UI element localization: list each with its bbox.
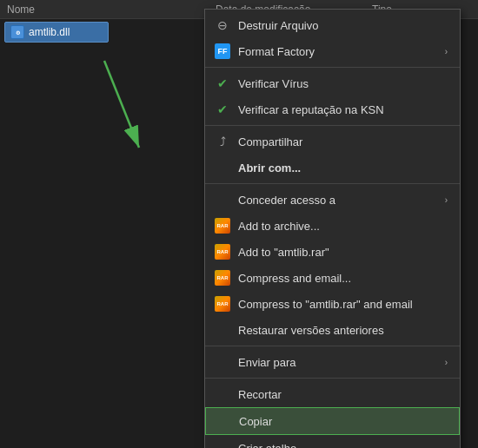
menu-label-restaurar: Restaurar versões anteriores (238, 324, 448, 337)
menu-label-recortar: Recortar (238, 388, 448, 401)
menu-item-recortar[interactable]: Recortar (205, 381, 460, 407)
divider-1 (205, 67, 460, 68)
menu-item-verificar-reputacao[interactable]: ✔ Verificar a reputação na KSN (205, 96, 460, 122)
recortar-icon (214, 385, 231, 403)
submenu-arrow-conceder: › (445, 195, 448, 205)
menu-label-add-archive: Add to archive... (238, 220, 448, 233)
menu-label-format-factory: Format Factory (238, 45, 445, 58)
menu-item-conceder-acesso[interactable]: Conceder acesso a › (205, 187, 460, 213)
check-green-icon-2: ✔ (214, 101, 231, 118)
abrir-com-icon (214, 159, 231, 176)
menu-item-destruir[interactable]: ⊖ Destruir Arquivo (205, 12, 460, 38)
menu-item-add-amtlib[interactable]: RAR Add to "amtlib.rar" (205, 239, 460, 265)
rar-icon-3: RAR (214, 269, 231, 287)
dll-icon: ⚙ (10, 25, 24, 39)
destruir-icon: ⊖ (214, 16, 231, 34)
menu-item-enviar-para[interactable]: Enviar para › (205, 349, 460, 375)
menu-item-restaurar[interactable]: Restaurar versões anteriores (205, 317, 460, 343)
rar-icon-1: RAR (214, 217, 231, 234)
menu-label-add-amtlib: Add to "amtlib.rar" (238, 246, 448, 259)
divider-3 (205, 183, 460, 184)
divider-5 (205, 378, 460, 379)
context-menu: ⊖ Destruir Arquivo FF Format Factory › ✔… (204, 9, 461, 448)
menu-item-abrir-com[interactable]: Abrir com... (205, 155, 460, 181)
file-item[interactable]: ⚙ amtlib.dll (4, 22, 109, 43)
ff-icon: FF (214, 43, 231, 60)
column-nome: Nome (7, 3, 207, 16)
menu-label-compress-email: Compress and email... (238, 272, 448, 285)
menu-item-compartilhar[interactable]: ⤴ Compartilhar (205, 128, 460, 155)
divider-2 (205, 125, 460, 126)
menu-label-conceder-acesso: Conceder acesso a (238, 194, 445, 207)
submenu-arrow-enviar: › (445, 358, 448, 367)
rar-icon-4: RAR (214, 295, 231, 313)
copiar-icon (215, 412, 232, 430)
menu-item-add-archive[interactable]: RAR Add to archive... (205, 213, 460, 239)
menu-label-enviar-para: Enviar para (238, 356, 445, 369)
menu-label-abrir-com: Abrir com... (238, 161, 448, 175)
rar-icon-2: RAR (214, 243, 231, 260)
menu-item-criar-atalho[interactable]: Criar atalho (205, 435, 460, 448)
check-green-icon-1: ✔ (214, 75, 231, 92)
submenu-arrow-ff: › (445, 47, 448, 56)
criar-atalho-icon (214, 439, 231, 448)
menu-item-verificar-virus[interactable]: ✔ Verificar Vírus (205, 70, 460, 96)
menu-item-format-factory[interactable]: FF Format Factory › (205, 38, 460, 64)
share-icon: ⤴ (214, 133, 231, 150)
menu-item-compress-email[interactable]: RAR Compress and email... (205, 265, 460, 291)
menu-label-criar-atalho: Criar atalho (238, 442, 448, 449)
menu-label-verificar-virus: Verificar Vírus (238, 77, 448, 90)
menu-label-compress-amtlib-email: Compress to "amtlib.rar" and email (238, 298, 448, 311)
file-name: amtlib.dll (29, 26, 70, 38)
menu-label-verificar-reputacao: Verificar a reputação na KSN (238, 103, 448, 116)
menu-item-compress-amtlib-email[interactable]: RAR Compress to "amtlib.rar" and email (205, 291, 460, 317)
menu-label-destruir: Destruir Arquivo (238, 19, 448, 32)
menu-label-copiar: Copiar (239, 415, 447, 428)
restaurar-icon (214, 321, 231, 339)
menu-item-copiar[interactable]: Copiar (205, 407, 460, 435)
file-icon: ⚙ (10, 25, 24, 39)
enviar-icon (214, 353, 231, 371)
menu-label-compartilhar: Compartilhar (238, 135, 448, 148)
divider-4 (205, 346, 460, 346)
conceder-icon (214, 191, 231, 208)
